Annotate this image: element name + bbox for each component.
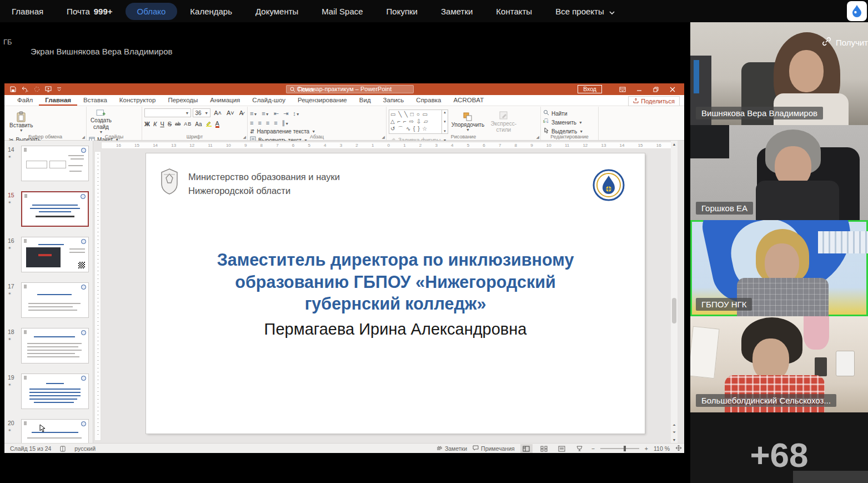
numbering-icon[interactable]: ≡▼ <box>262 110 269 117</box>
nav-item-mail[interactable]: Почта999+ <box>55 3 124 20</box>
font-color-button[interactable]: А <box>215 121 219 128</box>
close-icon[interactable] <box>664 83 681 95</box>
strikethrough-button[interactable]: S <box>168 121 172 127</box>
nav-item-mailspace[interactable]: Mail Space <box>310 3 374 20</box>
font-size-combo[interactable]: 36▼ <box>193 108 210 117</box>
signin-button[interactable]: Вход <box>578 85 602 93</box>
tab-insert[interactable]: Вставка <box>77 95 113 106</box>
tab-transitions[interactable]: Переходы <box>162 95 204 106</box>
language-indicator[interactable]: русский <box>74 445 96 452</box>
change-case-button[interactable]: Аа <box>195 121 202 127</box>
tab-record[interactable]: Запись <box>377 95 410 106</box>
slide-thumbnail-15[interactable] <box>21 191 89 227</box>
zoom-slider-thumb[interactable] <box>624 446 626 451</box>
decrease-indent-icon[interactable]: ⇤ <box>274 110 279 117</box>
share-button[interactable]: Поделиться <box>628 96 680 106</box>
shapes-gallery-scroll[interactable]: ▲▼▼ <box>442 109 448 134</box>
bullets-icon[interactable]: ≡▼ <box>250 110 257 117</box>
search-box[interactable] <box>286 85 414 93</box>
get-link-button[interactable]: Получит <box>822 37 868 48</box>
dialog-launcher-icon[interactable]: ◢ <box>243 135 246 140</box>
find-button[interactable]: Найти <box>543 109 583 117</box>
decrease-font-icon[interactable]: A˅ <box>225 109 236 116</box>
tab-help[interactable]: Справка <box>410 95 447 106</box>
replace-button[interactable]: bcЗаменить▼ <box>543 118 583 126</box>
align-left-icon[interactable]: ≡ <box>250 119 253 127</box>
dialog-launcher-icon[interactable]: ◢ <box>82 135 85 140</box>
tab-review[interactable]: Рецензирование <box>292 95 353 106</box>
nav-item-cloud[interactable]: Облако <box>126 3 178 20</box>
dialog-launcher-icon[interactable]: ◢ <box>536 135 539 140</box>
cloud-app-icon[interactable] <box>847 1 867 21</box>
justify-icon[interactable]: ≡ <box>274 119 277 127</box>
participant-tile-4[interactable]: Большеболдинский Сельскохоз... <box>690 316 868 412</box>
reading-view-icon[interactable] <box>556 444 568 453</box>
nav-item-home[interactable]: Главная <box>0 3 55 20</box>
tab-design[interactable]: Конструктор <box>113 95 162 106</box>
increase-font-icon[interactable]: A˄ <box>212 109 223 116</box>
arrange-button[interactable]: Упорядочить ▼ <box>450 108 485 135</box>
shapes-gallery[interactable]: ▭ ╲ ╲ □ ○ ▭ △ ⌐ ⌐ ⇨ ⇩ ▱ ↺ ⌒ ∿ { } ☆ <box>389 109 442 134</box>
underline-button[interactable]: Ч <box>160 121 164 127</box>
paste-button[interactable]: Вставить ▼ <box>7 108 36 135</box>
nav-item-contacts[interactable]: Контакты <box>484 3 544 20</box>
line-spacing-icon[interactable]: ↕▼ <box>293 110 299 117</box>
bold-button[interactable]: Ж <box>144 121 150 127</box>
vertical-scrollbar[interactable]: ▲ ⏶ ⏷ ▼ <box>671 141 678 443</box>
nav-item-calendar[interactable]: Календарь <box>178 3 244 20</box>
scrollbar-thumb[interactable] <box>672 298 676 323</box>
tab-home[interactable]: Главная <box>39 95 77 106</box>
align-center-icon[interactable]: ≡ <box>258 119 261 127</box>
more-participants-tile[interactable]: +68 <box>690 412 868 483</box>
scroll-down-icon[interactable]: ▼ <box>671 436 678 443</box>
next-slide-icon[interactable]: ⏷ <box>671 429 678 436</box>
italic-button[interactable]: К <box>153 121 157 127</box>
new-slide-button[interactable]: Создать слайд ▼ <box>89 108 113 135</box>
tab-slideshow[interactable]: Слайд-шоу <box>246 95 292 106</box>
slide-thumbnail-16[interactable] <box>21 237 89 272</box>
ribbon-display-options-icon[interactable] <box>614 83 631 95</box>
slide-thumbnail-19[interactable] <box>21 374 89 409</box>
nav-item-documents[interactable]: Документы <box>244 3 310 20</box>
nav-item-shopping[interactable]: Покупки <box>375 3 429 20</box>
previous-slide-icon[interactable]: ⏶ <box>671 422 678 429</box>
columns-icon[interactable]: ∥▼ <box>282 119 289 127</box>
zoom-in-icon[interactable]: + <box>645 445 648 452</box>
minimize-icon[interactable] <box>631 83 648 95</box>
zoom-slider[interactable] <box>600 448 639 449</box>
align-right-icon[interactable]: ≡ <box>266 119 269 127</box>
zoom-out-icon[interactable]: − <box>591 445 595 452</box>
fit-to-window-icon[interactable] <box>675 445 682 452</box>
tab-file[interactable]: Файл <box>11 95 39 106</box>
restore-icon[interactable] <box>648 83 664 95</box>
slide-thumbnail-18[interactable] <box>21 328 89 364</box>
slide-thumbnail-14[interactable] <box>21 146 89 181</box>
normal-view-icon[interactable] <box>520 444 533 453</box>
clear-format-icon[interactable]: A̷ <box>238 109 245 116</box>
font-name-combo[interactable]: ▼ <box>144 108 191 117</box>
participant-tile-2[interactable]: Горшков ЕА <box>690 125 868 220</box>
highlight-color-icon[interactable] <box>205 119 212 129</box>
notes-button[interactable]: Заметки <box>436 445 467 452</box>
character-spacing-button[interactable]: АВ <box>184 121 192 127</box>
participant-tile-3-active-speaker[interactable]: ГБПОУ НГК <box>690 220 868 316</box>
dialog-launcher-icon[interactable]: ◢ <box>382 135 385 140</box>
nav-item-all-projects[interactable]: Все проекты <box>544 3 626 20</box>
quick-styles-button[interactable]: Экспресс-стили <box>488 108 520 135</box>
tab-animations[interactable]: Анимация <box>204 95 246 106</box>
slide-thumbnail-17[interactable] <box>21 282 89 318</box>
zoom-percent[interactable]: 110 % <box>654 445 670 452</box>
slide-canvas[interactable]: Министерство образования и науки Нижегор… <box>146 153 645 434</box>
tab-acrobat[interactable]: ACROBAT <box>447 95 490 106</box>
slide-sorter-view-icon[interactable] <box>538 444 550 453</box>
comments-button[interactable]: Примечания <box>473 445 515 452</box>
search-input[interactable] <box>298 86 410 93</box>
tab-view[interactable]: Вид <box>353 95 377 106</box>
nav-item-notes[interactable]: Заметки <box>429 3 484 20</box>
slideshow-view-icon[interactable] <box>574 444 586 453</box>
scroll-up-icon[interactable]: ▲ <box>671 141 678 147</box>
slide-thumbnail-20[interactable] <box>21 419 89 443</box>
increase-indent-icon[interactable]: ⇥ <box>283 110 288 117</box>
double-strike-button[interactable]: ab <box>175 121 180 127</box>
spellcheck-icon[interactable] <box>60 446 66 452</box>
